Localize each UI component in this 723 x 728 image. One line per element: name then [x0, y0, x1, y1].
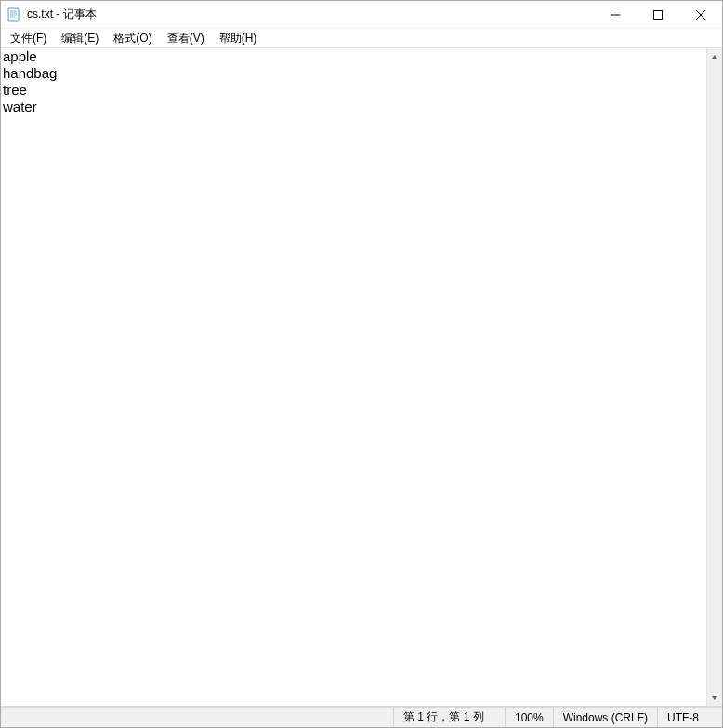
- menubar: 文件(F) 编辑(E) 格式(O) 查看(V) 帮助(H): [1, 29, 722, 48]
- menu-format[interactable]: 格式(O): [106, 29, 159, 48]
- notepad-icon: [7, 7, 21, 22]
- status-spacer: [1, 708, 393, 727]
- vertical-scrollbar[interactable]: [706, 48, 722, 706]
- minimize-button[interactable]: [594, 1, 637, 28]
- close-button[interactable]: [679, 1, 722, 28]
- status-zoom: 100%: [505, 708, 553, 727]
- statusbar: 第 1 行，第 1 列 100% Windows (CRLF) UTF-8: [1, 706, 722, 727]
- menu-edit[interactable]: 编辑(E): [54, 29, 106, 48]
- status-encoding: UTF-8: [657, 708, 722, 727]
- menu-file[interactable]: 文件(F): [3, 29, 54, 48]
- titlebar: cs.txt - 记事本: [1, 1, 722, 29]
- status-position: 第 1 行，第 1 列: [393, 708, 505, 727]
- scroll-track[interactable]: [707, 64, 722, 690]
- menu-help[interactable]: 帮助(H): [212, 29, 265, 48]
- scroll-up-button[interactable]: [707, 48, 722, 64]
- menu-view[interactable]: 查看(V): [160, 29, 212, 48]
- editor-area: apple handbag tree water: [1, 48, 722, 706]
- window-controls: [594, 1, 722, 28]
- scroll-down-button[interactable]: [707, 690, 722, 706]
- status-line-ending: Windows (CRLF): [553, 708, 657, 727]
- text-editor[interactable]: apple handbag tree water: [1, 48, 706, 706]
- svg-rect-6: [654, 10, 663, 19]
- maximize-button[interactable]: [637, 1, 679, 28]
- window-title: cs.txt - 记事本: [27, 7, 594, 22]
